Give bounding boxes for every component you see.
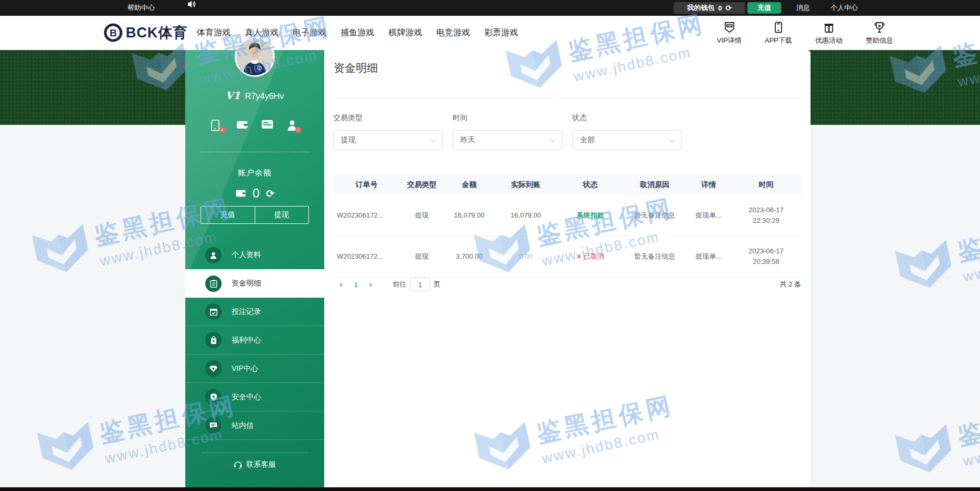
promo-icon (823, 21, 835, 34)
table-row[interactable]: W202306172... 提现 16,079.00 16,079.00 系统扣… (334, 195, 801, 236)
cell-order-no: W202306172... (334, 252, 399, 260)
sidebar-recharge-button[interactable]: 充值 (201, 207, 255, 223)
refresh-balance-icon[interactable]: ⟳ (266, 188, 274, 200)
my-wallet-button[interactable]: 我的钱包 0 ⟳ (674, 2, 745, 14)
cell-time: 2023-06-17 22:30:29 (731, 205, 801, 226)
sidebar-item-security[interactable]: 安全中心 (185, 383, 324, 411)
quick-link-label: 优惠活动 (815, 36, 843, 45)
prev-page-button[interactable]: ‹ (334, 279, 348, 290)
sidebar-item-label: 福利中心 (232, 336, 261, 345)
cell-status: ✕ 已取消 (557, 252, 623, 261)
app-download-link[interactable]: APP下载 (765, 21, 792, 45)
cell-amount: 3,700.00 (444, 252, 494, 260)
page-title: 资金明细 (334, 61, 378, 75)
filter-select[interactable]: 提现 (333, 130, 443, 150)
table-header-cell: 实际到账 (494, 180, 557, 190)
promotions-link[interactable]: 优惠活动 (815, 21, 843, 45)
sidebar-item-profile[interactable]: 个人资料 (185, 241, 324, 269)
sidebar-item-label: 资金明细 (232, 279, 261, 288)
site-logo[interactable]: B BCK体育 (103, 22, 188, 43)
app-download-icon (772, 21, 785, 34)
check-badge-icon: ✓ (295, 127, 301, 133)
funds-table: 订单号交易类型金额实际到账状态取消原因详情时间 W202306172... 提现… (334, 175, 801, 277)
filter-label: 交易类型 (333, 113, 443, 123)
svg-text:B: B (109, 27, 117, 38)
sidebar-item-funds[interactable]: 资金明细 (185, 269, 324, 298)
cell-actual: 16,079.00 (494, 211, 557, 219)
avatar[interactable] (235, 37, 275, 77)
bankcard-icon[interactable] (262, 120, 273, 131)
vip-icon: VIP (723, 21, 736, 34)
nav-item[interactable]: 电子游戏 (293, 27, 326, 38)
topbar: 帮助中心 我的钱包 0 ⟳ 充值 消息 个人中心 (0, 0, 980, 16)
cell-amount: 16,079.00 (444, 211, 494, 219)
user-icon (205, 247, 222, 263)
person-verified-icon[interactable]: ✓ (287, 120, 298, 131)
filter-group: 交易类型 提现 (333, 113, 443, 150)
cell-status: 系统扣款 (557, 211, 623, 220)
footer-strip (0, 487, 980, 491)
vip-details-link[interactable]: VIP VIP详情 (717, 21, 742, 45)
quick-link-label: VIP详情 (717, 36, 742, 45)
welfare-icon (205, 332, 222, 348)
sponsor-icon (873, 21, 886, 34)
wallet-icon[interactable] (236, 120, 248, 131)
goto-page-input[interactable] (410, 278, 430, 291)
nav-item[interactable]: 棋牌游戏 (388, 27, 422, 38)
filter-select[interactable]: 昨天 (453, 130, 562, 150)
sidebar-item-label: 站内信 (232, 421, 254, 430)
page: 帮助中心 我的钱包 0 ⟳ 充值 消息 个人中心 B BCK体育 体育游戏真人游… (0, 0, 980, 491)
cell-detail-link[interactable]: 提现单... (686, 211, 731, 220)
page-number-1[interactable]: 1 (348, 281, 363, 289)
pagination: ‹ 1 › 前往 页 共 2 条 (334, 274, 801, 295)
sidebar-withdraw-button[interactable]: 提现 (255, 207, 309, 223)
refresh-icon[interactable]: ⟳ (726, 4, 732, 12)
sidebar-item-label: 安全中心 (232, 392, 261, 402)
nav-item[interactable]: 电竞游戏 (436, 27, 470, 38)
logo-icon: B (103, 22, 124, 43)
cell-time-line: 22:30:29 (731, 215, 801, 226)
filter-label: 状态 (572, 113, 682, 123)
goto-label: 前往 (393, 280, 406, 289)
messages-link[interactable]: 消息 (796, 0, 810, 16)
svg-text:VIP: VIP (727, 24, 732, 27)
speaker-icon[interactable] (187, 0, 196, 16)
table-header-cell: 详情 (686, 180, 731, 190)
cell-date-line: 2023-06-17 (731, 246, 801, 257)
nav-item[interactable]: 捕鱼游戏 (341, 27, 374, 38)
quick-links: VIP VIP详情 APP下载 优惠活动 (717, 16, 893, 50)
cell-cancel-reason: 暂无备注信息 (623, 211, 686, 220)
bet-record-icon (205, 303, 222, 320)
balance-buttons: 充值 提现 (201, 206, 309, 224)
cell-time-line: 20:39:58 (731, 257, 801, 267)
table-header-cell: 状态 (557, 180, 623, 190)
help-center-link[interactable]: 帮助中心 (127, 0, 155, 16)
cell-time: 2023-06-17 20:39:58 (731, 246, 801, 267)
profile-link[interactable]: 个人中心 (831, 0, 858, 16)
sidebar-item-label: VIP中心 (232, 364, 258, 374)
sidebar-item-messages[interactable]: 站内信 (185, 411, 324, 440)
contact-service-link[interactable]: 联系客服 (234, 460, 276, 469)
sidebar-item-welfare[interactable]: 福利中心 (185, 326, 324, 355)
filter-group: 时间 昨天 (453, 113, 562, 150)
vip-level-badge: V1 (226, 90, 241, 101)
filter-select[interactable]: 全部 (572, 130, 682, 150)
filter-selected-value: 全部 (580, 135, 595, 145)
funds-icon (205, 276, 222, 292)
nav-item[interactable]: 真人游戏 (245, 27, 278, 38)
nav-item[interactable]: 体育游戏 (197, 27, 231, 38)
phone-verified-icon[interactable]: ✓ (211, 120, 223, 131)
cell-detail-link[interactable]: 提现单... (686, 252, 731, 261)
topbar-recharge-button[interactable]: 充值 (747, 2, 781, 14)
username: R7y4y6Hv (245, 92, 284, 101)
sidebar-menu: 个人资料 资金明细 投注记录 福利中心 (185, 241, 324, 440)
table-row[interactable]: W202306172... 提现 3,700.00 0.00 ✕ 已取消 暂无备… (334, 236, 801, 277)
table-header-cell: 取消原因 (623, 180, 686, 190)
next-page-button[interactable]: › (363, 279, 378, 290)
nav-item[interactable]: 彩票游戏 (484, 27, 518, 38)
balance-value: 0 (253, 186, 259, 201)
sidebar-item-bet-records[interactable]: 投注记录 (185, 298, 324, 326)
security-icon (205, 389, 222, 405)
sidebar-item-vip-center[interactable]: VIP中心 (185, 355, 324, 383)
sponsor-info-link[interactable]: 赞助信息 (866, 21, 893, 45)
